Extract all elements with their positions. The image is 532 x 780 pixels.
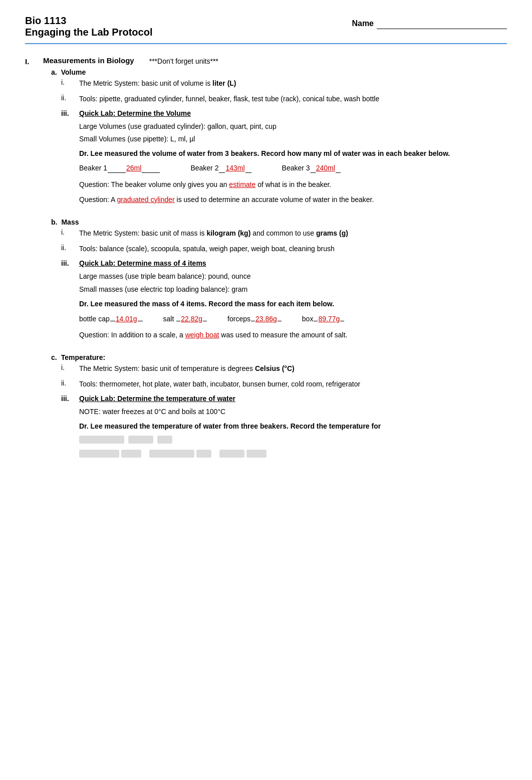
temp-iii-num: iii. bbox=[61, 395, 79, 403]
temp-blur-item-3 bbox=[219, 450, 267, 458]
temp-item-i: i. The Metric System: basic unit of temp… bbox=[61, 363, 507, 374]
beaker-3-blank-pre[interactable] bbox=[311, 164, 316, 173]
subsection-c-header: c. Temperature: bbox=[51, 353, 507, 363]
box-blank-pre[interactable] bbox=[314, 312, 318, 321]
temp-blur-5 bbox=[121, 450, 141, 458]
temp-item-ii-num: ii. bbox=[61, 379, 79, 387]
subsection-a-header: a. Volume bbox=[51, 68, 507, 78]
liter-bold: liter (L) bbox=[212, 79, 236, 87]
mass-item-i-num: i. bbox=[61, 228, 79, 236]
box-item: box89.77g bbox=[302, 312, 345, 325]
subsection-c-label: c. bbox=[51, 353, 57, 361]
beaker-3-blank-post[interactable] bbox=[336, 164, 341, 173]
temp-blur-item-2 bbox=[149, 450, 211, 458]
measurements-title: Measurements in Biology bbox=[43, 56, 134, 65]
section-main: I. Measurements in Biology ***Don't forg… bbox=[25, 56, 507, 467]
beaker-1-label: Beaker 1 bbox=[79, 162, 107, 174]
box-blank-post[interactable] bbox=[340, 312, 344, 321]
temp-iii-content: Quick Lab: Determine the temperature of … bbox=[79, 395, 507, 458]
subsection-b: b. Mass i. The Metric System: basic unit… bbox=[51, 218, 507, 344]
temp-item-ii-text: Tools: thermometer, hot plate, water bat… bbox=[79, 379, 507, 389]
beaker-1: Beaker 1 26ml bbox=[79, 162, 160, 174]
temp-blur-3 bbox=[157, 436, 172, 444]
subsection-c-title: Temperature: bbox=[61, 353, 105, 361]
mass-item-ii-text: Tools: balance (scale), scoopula, spatul… bbox=[79, 244, 507, 254]
temp-blurred-row1 bbox=[79, 436, 507, 444]
mass-item-ii: ii. Tools: balance (scale), scoopula, sp… bbox=[61, 244, 507, 254]
subsection-a: a. Volume i. The Metric System: basic un… bbox=[51, 68, 507, 209]
volume-small-text: Small Volumes (use pipette): L, ml, µl bbox=[79, 133, 507, 145]
mass-item-ii-num: ii. bbox=[61, 244, 79, 252]
volume-item-ii: ii. Tools: pipette, graduated cylinder, … bbox=[61, 94, 507, 104]
temp-ql-content: NOTE: water freezes at 0°C and boils at … bbox=[79, 406, 507, 458]
temp-blur-item-1 bbox=[79, 450, 141, 458]
beaker-2-blank-post[interactable] bbox=[245, 164, 251, 173]
temp-items: i. The Metric System: basic unit of temp… bbox=[61, 363, 507, 458]
salt-blank-pre[interactable] bbox=[176, 312, 180, 321]
volume-item-i: i. The Metric System: basic unit of volu… bbox=[61, 78, 507, 89]
salt-blank-post[interactable] bbox=[203, 312, 207, 321]
mass-items: i. The Metric System: basic unit of mass… bbox=[61, 228, 507, 344]
forceps-blank-post[interactable] bbox=[278, 312, 282, 321]
section-i: I. Measurements in Biology ***Don't forg… bbox=[25, 56, 507, 463]
beaker-3-value: 240ml bbox=[316, 162, 335, 174]
beaker-3-label: Beaker 3 bbox=[282, 162, 310, 174]
subsection-b-header: b. Mass bbox=[51, 218, 507, 228]
mass-quicklab-title: Quick Lab: Determine mass of 4 items bbox=[79, 259, 507, 267]
volume-item-i-num: i. bbox=[61, 78, 79, 86]
subsection-b-label: b. bbox=[51, 218, 57, 226]
beaker-3: Beaker 3 240ml bbox=[282, 162, 341, 174]
bottle-cap-blank-pre[interactable] bbox=[110, 312, 115, 321]
kilogram-bold: kilogram (kg) bbox=[206, 229, 250, 237]
temp-blur-1 bbox=[79, 436, 124, 444]
name-label: Name bbox=[352, 19, 374, 28]
temp-blur-7 bbox=[196, 450, 211, 458]
box-value: 89.77g bbox=[318, 315, 340, 323]
subsection-a-title: Volume bbox=[61, 68, 86, 76]
section-i-content: Measurements in Biology ***Don't forget … bbox=[43, 56, 507, 463]
volume-iii-content: Quick Lab: Determine the Volume Large Vo… bbox=[79, 109, 507, 209]
bottle-cap-blank-post[interactable] bbox=[138, 312, 143, 321]
subsection-a-label: a. bbox=[51, 68, 57, 76]
temp-quicklab: iii. Quick Lab: Determine the temperatur… bbox=[61, 395, 507, 458]
beaker-1-blank-post[interactable] bbox=[142, 164, 160, 173]
mass-question-1: Question: In addition to a scale, a weig… bbox=[79, 329, 507, 340]
mass-iii-content: Quick Lab: Determine mass of 4 items Lar… bbox=[79, 259, 507, 344]
beaker-2-label: Beaker 2 bbox=[190, 162, 218, 174]
mass-q1-fill: weigh boat bbox=[185, 331, 219, 339]
beaker-1-blank-pre[interactable] bbox=[108, 164, 126, 173]
volume-question-1: Question: The beaker volume only gives y… bbox=[79, 179, 507, 190]
name-input-line[interactable] bbox=[377, 18, 507, 29]
subsection-b-title: Mass bbox=[61, 218, 79, 226]
bottle-cap-value: 14.01g bbox=[116, 315, 137, 323]
volume-question-2: Question: A graduated cylinder is used t… bbox=[79, 194, 507, 205]
temp-blur-4 bbox=[79, 450, 119, 458]
mass-quicklab: iii. Quick Lab: Determine mass of 4 item… bbox=[61, 259, 507, 344]
name-field-area: Name bbox=[352, 18, 507, 29]
beaker-2-blank-pre[interactable] bbox=[219, 164, 225, 173]
temp-blur-9 bbox=[246, 450, 267, 458]
dont-forget-note: ***Don't forget units*** bbox=[149, 57, 218, 65]
celsius-bold: Celsius (°C) bbox=[255, 364, 295, 372]
temp-blur-8 bbox=[219, 450, 244, 458]
volume-quicklab: iii. Quick Lab: Determine the Volume Lar… bbox=[61, 109, 507, 209]
page: Bio 1113 Engaging the Lab Protocol Name … bbox=[0, 0, 532, 780]
mass-item-i: i. The Metric System: basic unit of mass… bbox=[61, 228, 507, 239]
beaker-1-value: 26ml bbox=[126, 162, 141, 174]
temp-note: NOTE: water freezes at 0°C and boils at … bbox=[79, 406, 507, 418]
forceps-blank-pre[interactable] bbox=[251, 312, 255, 321]
header: Bio 1113 Engaging the Lab Protocol Name bbox=[25, 15, 507, 44]
beaker-2-value: 143ml bbox=[225, 162, 244, 174]
mass-large-text: Large masses (use triple beam balance): … bbox=[79, 270, 507, 283]
subsection-c: c. Temperature: i. The Metric System: ba… bbox=[51, 353, 507, 458]
volume-item-i-text: The Metric System: basic unit of volume … bbox=[79, 78, 507, 89]
salt-item: salt 22.82g bbox=[163, 312, 208, 325]
forceps-item: forceps23.86g bbox=[227, 312, 282, 325]
volume-q2-fill: graduated cylinder bbox=[117, 196, 175, 204]
volume-large-text: Large Volumes (use graduated cylinder): … bbox=[79, 120, 507, 133]
temp-dr-lee-text: Dr. Lee measured the temperature of wate… bbox=[79, 421, 507, 432]
mass-dr-lee-text: Dr. Lee measured the mass of 4 items. Re… bbox=[79, 299, 507, 309]
beaker-2: Beaker 2 143ml bbox=[190, 162, 251, 174]
section-i-header: Measurements in Biology ***Don't forget … bbox=[43, 56, 507, 65]
mass-item-i-text: The Metric System: basic unit of mass is… bbox=[79, 228, 507, 239]
